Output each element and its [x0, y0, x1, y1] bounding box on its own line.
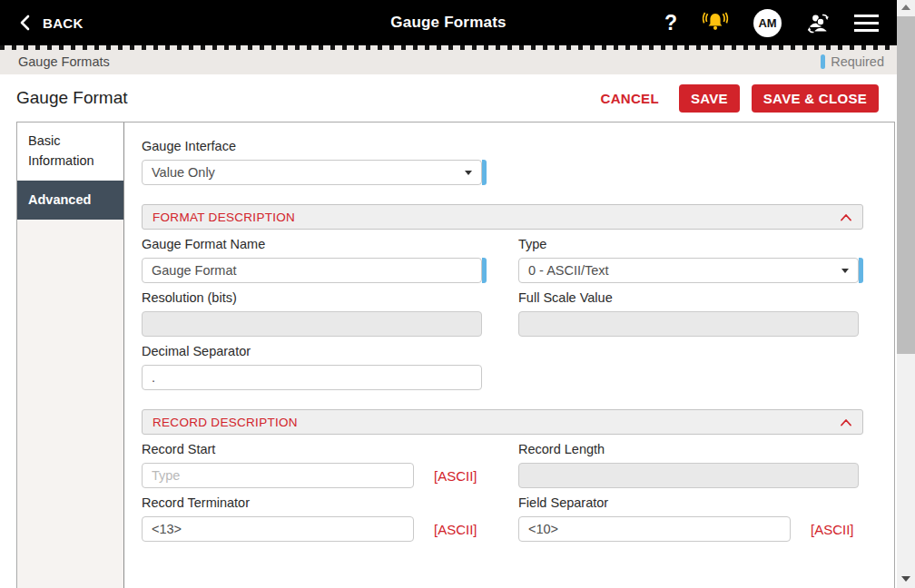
form-content: Gauge Interface Value Only FORMAT DESCRI… [124, 122, 894, 588]
page-toolbar: Gauge Format CANCEL SAVE SAVE & CLOSE [0, 74, 897, 122]
decimal-separator-label: Decimal Separator [142, 344, 487, 358]
notification-bell-icon[interactable] [700, 10, 731, 35]
required-indicator-icon [482, 160, 487, 185]
required-indicator-icon [482, 258, 487, 283]
app-title: Gauge Formats [390, 14, 506, 32]
gauge-interface-field: Value Only [142, 160, 867, 185]
breadcrumb-bar: Gauge Formats Required [0, 45, 897, 74]
record-terminator-ascii-link[interactable]: [ASCII] [434, 522, 477, 537]
appbar-icons: ? AM [664, 9, 879, 37]
menu-icon[interactable] [854, 15, 879, 32]
record-start-ascii-link[interactable]: [ASCII] [434, 468, 477, 484]
arrow-up-icon [901, 5, 910, 10]
record-terminator-field: [ASCII] [142, 516, 487, 542]
avatar-initials: AM [758, 16, 776, 30]
app-window: BACK Gauge Formats ? AM [0, 0, 897, 588]
vertical-scrollbar[interactable] [897, 0, 915, 588]
app-header: BACK Gauge Formats ? AM [0, 0, 897, 45]
field-separator-ascii-link[interactable]: [ASCII] [811, 522, 854, 537]
help-icon[interactable]: ? [664, 13, 677, 34]
format-description-title: FORMAT DESCRIPTION [152, 211, 840, 224]
resolution-label: Resolution (bits) [142, 290, 487, 305]
type-value: 0 - ASCII/Text [528, 263, 834, 278]
field-separator-input[interactable] [518, 516, 791, 542]
required-legend-label: Required [831, 54, 884, 69]
field-separator-field: [ASCII] [518, 516, 863, 542]
format-description-section-header[interactable]: FORMAT DESCRIPTION [142, 204, 863, 230]
arrow-down-icon [901, 576, 910, 582]
scrollbar-thumb[interactable] [897, 16, 915, 354]
gauge-format-name-label: Gauge Format Name [142, 237, 487, 251]
tab-advanced[interactable]: Advanced [17, 181, 123, 220]
chevron-up-icon [840, 213, 852, 221]
gauge-format-name-field [142, 258, 487, 283]
record-length-field [518, 463, 863, 488]
type-label: Type [518, 237, 863, 251]
required-indicator-icon [821, 54, 825, 69]
gauge-interface-label: Gauge Interface [142, 139, 867, 153]
record-start-input[interactable] [142, 463, 414, 488]
record-length-label: Record Length [518, 442, 863, 456]
record-length-input [518, 463, 859, 488]
record-terminator-label: Record Terminator [142, 495, 487, 510]
page-title: Gauge Format [16, 88, 128, 108]
full-scale-value-field [518, 311, 863, 337]
back-button[interactable]: BACK [18, 15, 84, 31]
decimal-separator-field [142, 365, 487, 390]
breadcrumb[interactable]: Gauge Formats [18, 54, 110, 69]
type-field: 0 - ASCII/Text [518, 258, 863, 283]
required-legend: Required [821, 54, 884, 69]
gauge-format-name-input[interactable] [142, 258, 482, 283]
side-tabs: Basic Information Advanced [17, 122, 124, 588]
scroll-down-button[interactable] [897, 572, 915, 586]
chevron-down-icon [841, 269, 849, 273]
required-indicator-icon [859, 258, 863, 283]
resolution-field [142, 311, 487, 337]
tab-basic-information[interactable]: Basic Information [17, 122, 123, 181]
record-start-field: [ASCII] [142, 463, 487, 488]
save-close-button[interactable]: SAVE & CLOSE [752, 84, 879, 113]
record-description-title: RECORD DESCRIPTION [152, 416, 840, 429]
type-select[interactable]: 0 - ASCII/Text [518, 258, 859, 283]
cancel-button[interactable]: CANCEL [601, 91, 659, 106]
gauge-interface-value: Value Only [152, 165, 458, 180]
toolbar-actions: CANCEL SAVE SAVE & CLOSE [601, 84, 879, 113]
chevron-down-icon [465, 171, 472, 175]
chevron-up-icon [840, 418, 852, 426]
scroll-up-button[interactable] [897, 0, 915, 15]
back-label: BACK [43, 15, 84, 31]
full-scale-value-input [518, 311, 859, 337]
chevron-left-icon [18, 15, 33, 31]
gauge-interface-select[interactable]: Value Only [142, 160, 482, 185]
resolution-input [142, 311, 482, 337]
record-terminator-input[interactable] [142, 516, 414, 542]
avatar[interactable]: AM [753, 9, 782, 37]
switch-user-icon[interactable] [804, 10, 831, 35]
record-description-section-header[interactable]: RECORD DESCRIPTION [142, 409, 863, 435]
full-scale-value-label: Full Scale Value [518, 290, 863, 305]
form-panel: Basic Information Advanced Gauge Interfa… [16, 122, 895, 588]
record-start-label: Record Start [142, 442, 487, 456]
decimal-separator-input[interactable] [142, 365, 482, 390]
save-button[interactable]: SAVE [679, 84, 740, 113]
field-separator-label: Field Separator [518, 495, 863, 510]
